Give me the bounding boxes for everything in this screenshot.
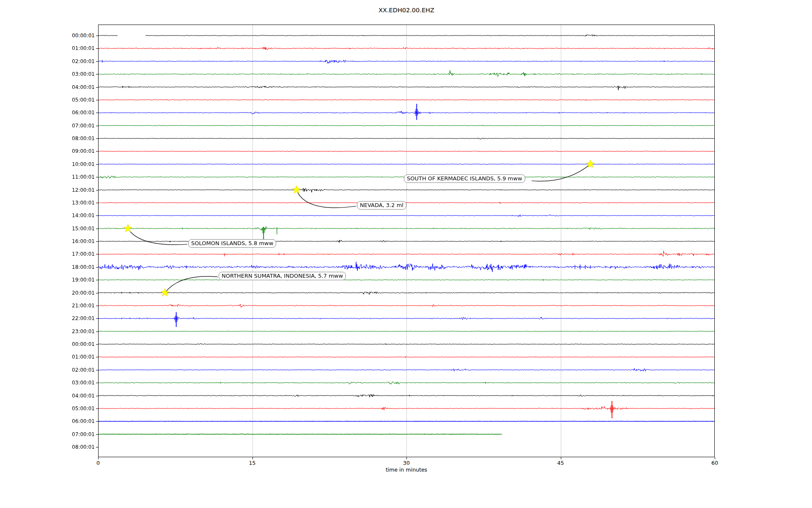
event-annotation-box: NEVADA, 3.2 ml bbox=[357, 201, 406, 210]
y-tick-mark bbox=[96, 383, 98, 383]
x-tick-mark bbox=[98, 457, 99, 459]
event-annotation-box: SOLOMON ISLANDS, 5.8 mww bbox=[188, 239, 276, 248]
x-tick-label: 60 bbox=[711, 460, 718, 466]
y-tick-mark bbox=[96, 215, 98, 216]
row-time-label: 02:00:01 bbox=[57, 367, 95, 373]
row-time-label: 19:00:01 bbox=[57, 277, 95, 283]
y-tick-mark bbox=[96, 344, 98, 345]
y-tick-mark bbox=[96, 409, 98, 409]
x-tick-mark bbox=[561, 457, 561, 459]
row-time-label: 21:00:01 bbox=[57, 303, 95, 309]
y-tick-mark bbox=[96, 74, 98, 75]
y-tick-mark bbox=[96, 61, 98, 62]
y-tick-mark bbox=[96, 447, 98, 447]
plot-title: XX.EDH02.00.EHZ bbox=[98, 7, 715, 14]
row-time-label: 05:00:01 bbox=[57, 406, 95, 411]
y-tick-mark bbox=[96, 280, 98, 280]
y-tick-mark bbox=[96, 357, 98, 357]
y-tick-mark bbox=[96, 138, 98, 139]
row-time-label: 00:00:01 bbox=[57, 33, 95, 39]
seismogram-figure: XX.EDH02.00.EHZ 00:00:0101:00:0102:00:01… bbox=[0, 0, 812, 508]
y-tick-mark bbox=[96, 434, 98, 435]
y-tick-mark bbox=[96, 126, 98, 126]
row-time-label: 07:00:01 bbox=[57, 431, 95, 437]
y-tick-mark bbox=[96, 190, 98, 190]
row-time-label: 17:00:01 bbox=[57, 251, 95, 257]
row-time-label: 04:00:01 bbox=[57, 393, 95, 399]
row-time-label: 00:00:01 bbox=[57, 341, 95, 347]
x-tick-label: 0 bbox=[96, 460, 100, 466]
row-time-label: 12:00:01 bbox=[57, 187, 95, 193]
y-tick-mark bbox=[96, 396, 98, 396]
y-tick-mark bbox=[96, 100, 98, 100]
row-time-label: 18:00:01 bbox=[57, 264, 95, 270]
x-tick-label: 30 bbox=[403, 460, 410, 466]
y-tick-mark bbox=[96, 318, 98, 319]
x-tick-label: 15 bbox=[249, 460, 256, 466]
row-time-label: 05:00:01 bbox=[57, 97, 95, 103]
row-time-label: 08:00:01 bbox=[57, 444, 95, 450]
y-tick-mark bbox=[96, 177, 98, 177]
y-tick-mark bbox=[96, 306, 98, 306]
y-tick-mark bbox=[96, 254, 98, 254]
row-time-label: 13:00:01 bbox=[57, 200, 95, 206]
row-time-label: 14:00:01 bbox=[57, 213, 95, 218]
row-time-label: 15:00:01 bbox=[57, 226, 95, 232]
event-annotation-box: NORTHERN SUMATRA, INDONESIA, 5.7 mww bbox=[219, 272, 346, 280]
row-time-label: 22:00:01 bbox=[57, 315, 95, 321]
x-tick-label: 45 bbox=[557, 460, 564, 466]
y-tick-mark bbox=[96, 293, 98, 293]
row-time-label: 20:00:01 bbox=[57, 290, 95, 296]
y-tick-mark bbox=[96, 203, 98, 203]
row-time-label: 02:00:01 bbox=[57, 58, 95, 64]
row-time-label: 01:00:01 bbox=[57, 45, 95, 51]
x-tick-mark bbox=[252, 457, 253, 459]
row-time-label: 06:00:01 bbox=[57, 418, 95, 424]
x-tick-mark bbox=[715, 457, 715, 459]
y-tick-mark bbox=[96, 229, 98, 229]
x-axis-label: time in minutes bbox=[98, 467, 715, 473]
row-time-label: 07:00:01 bbox=[57, 123, 95, 129]
y-tick-mark bbox=[96, 48, 98, 49]
event-annotation-box: SOUTH OF KERMADEC ISLANDS, 5.9 mww bbox=[404, 174, 525, 183]
y-tick-mark bbox=[96, 164, 98, 165]
x-tick-mark bbox=[406, 457, 407, 459]
row-time-label: 10:00:01 bbox=[57, 161, 95, 167]
row-time-label: 08:00:01 bbox=[57, 135, 95, 141]
y-tick-mark bbox=[96, 241, 98, 242]
row-time-label: 16:00:01 bbox=[57, 238, 95, 244]
y-tick-mark bbox=[96, 36, 98, 36]
row-time-label: 09:00:01 bbox=[57, 148, 95, 154]
y-tick-mark bbox=[96, 267, 98, 268]
row-time-label: 03:00:01 bbox=[57, 380, 95, 386]
row-time-label: 03:00:01 bbox=[57, 71, 95, 77]
row-time-label: 01:00:01 bbox=[57, 354, 95, 360]
y-tick-mark bbox=[96, 331, 98, 332]
row-time-label: 11:00:01 bbox=[57, 174, 95, 180]
y-tick-mark bbox=[96, 87, 98, 88]
y-tick-mark bbox=[96, 113, 98, 113]
y-tick-mark bbox=[96, 421, 98, 422]
y-tick-mark bbox=[96, 370, 98, 370]
row-time-label: 06:00:01 bbox=[57, 110, 95, 116]
y-tick-mark bbox=[96, 151, 98, 152]
row-time-label: 23:00:01 bbox=[57, 329, 95, 334]
row-time-label: 04:00:01 bbox=[57, 84, 95, 90]
